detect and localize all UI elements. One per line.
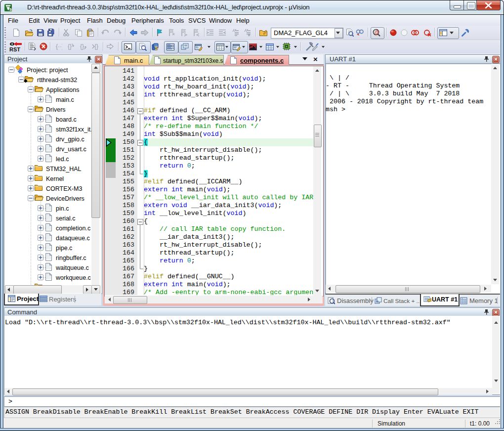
svg-text:drv_usart.c: drv_usart.c [56, 146, 86, 153]
svg-text:{}: {} [68, 43, 72, 50]
svg-text:STM32_HAL: STM32_HAL [46, 166, 82, 172]
svg-text:board.c: board.c [56, 116, 77, 123]
svg-text:S: S [155, 45, 158, 51]
svg-text:{··}: {··} [56, 43, 62, 50]
svg-text:rtthread-stm32: rtthread-stm32 [37, 77, 77, 84]
svg-text:5: 5 [9, 7, 12, 11]
svg-text:stm32f1xx_it.c: stm32f1xx_it.c [56, 126, 91, 133]
svg-text:Project: project: Project: project [27, 67, 68, 74]
svg-text:dataqueue.c: dataqueue.c [56, 235, 90, 242]
svg-text:{}: {} [80, 43, 84, 50]
svg-text:main.c: main.c [56, 96, 74, 103]
svg-text:ringbuffer.c: ringbuffer.c [56, 255, 86, 261]
svg-text:pipe.c: pipe.c [56, 245, 72, 252]
svg-text:Drivers: Drivers [46, 106, 66, 113]
svg-text:DeviceDrivers: DeviceDrivers [46, 195, 84, 202]
svg-text:Kernel: Kernel [46, 175, 64, 182]
svg-text:{}: {} [94, 43, 98, 50]
svg-text:workqueue.c: workqueue.c [55, 274, 91, 281]
svg-text:completion.c: completion.c [56, 225, 90, 232]
svg-text:CORTEX-M3: CORTEX-M3 [46, 185, 82, 192]
svg-text:waitqueue.c: waitqueue.c [55, 264, 89, 271]
svg-text:Applications: Applications [46, 86, 79, 93]
svg-text:drv_gpio.c: drv_gpio.c [56, 136, 84, 143]
svg-text:serial.c: serial.c [56, 215, 76, 222]
svg-text:✱: ✱ [24, 79, 28, 84]
svg-text:led.c: led.c [56, 156, 69, 163]
svg-text:RST: RST [9, 46, 20, 52]
svg-text:pin.c: pin.c [56, 205, 69, 212]
